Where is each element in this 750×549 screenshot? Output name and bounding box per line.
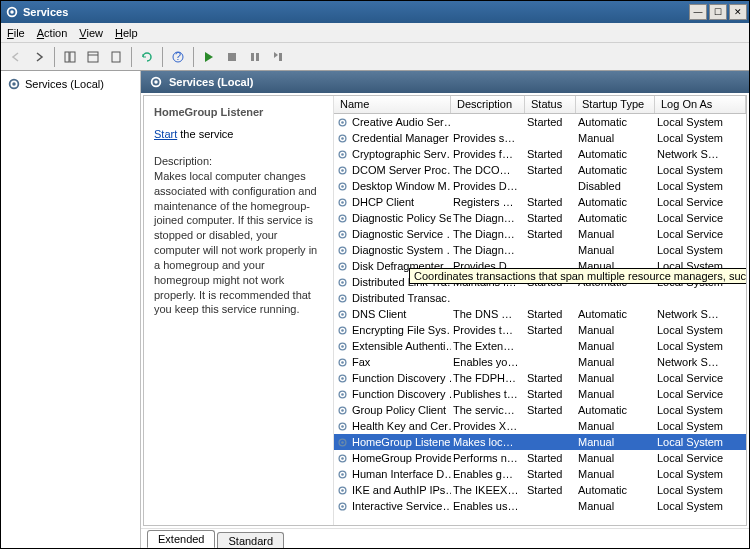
menu-file[interactable]: File [7,27,25,39]
tree-node-label: Services (Local) [25,78,104,90]
svg-point-42 [341,313,344,316]
service-row[interactable]: Extensible Authenti…The Extens…ManualLoc… [334,338,746,354]
service-row[interactable]: Human Interface D…Enables ge…StartedManu… [334,466,746,482]
svg-point-18 [341,121,344,124]
tab-extended[interactable]: Extended [147,530,215,548]
svg-point-58 [341,441,344,444]
svg-point-62 [341,473,344,476]
detail-panel: HomeGroup Listener Start the service Des… [144,96,334,525]
col-status[interactable]: Status [525,96,576,113]
gear-icon [7,77,21,91]
svg-point-38 [341,281,344,284]
maximize-button[interactable]: ☐ [709,4,727,20]
service-row[interactable]: DHCP ClientRegisters a…StartedAutomaticL… [334,194,746,210]
main-area: Services (Local) Services (Local) HomeGr… [1,71,749,548]
svg-point-66 [341,505,344,508]
start-link[interactable]: Start [154,128,177,140]
svg-point-64 [341,489,344,492]
service-row[interactable]: FaxEnables yo…ManualNetwork S… [334,354,746,370]
service-row[interactable]: DNS ClientThe DNS Cl…StartedAutomaticNet… [334,306,746,322]
service-row[interactable]: Creative Audio Ser…StartedAutomaticLocal… [334,114,746,130]
service-row[interactable]: Distributed Transac… [334,290,746,306]
svg-rect-12 [279,53,282,61]
svg-point-44 [341,329,344,332]
svg-point-1 [10,10,14,14]
service-row[interactable]: Cryptographic Serv…Provides fo…StartedAu… [334,146,746,162]
stop-service-button[interactable] [221,46,243,68]
right-pane: Services (Local) HomeGroup Listener Star… [141,71,749,548]
service-description: Description: Makes local computer change… [154,154,323,317]
selected-service-name: HomeGroup Listener [154,106,323,118]
service-row[interactable]: Interactive Service…Enables us…ManualLoc… [334,498,746,514]
forward-button[interactable] [28,46,50,68]
svg-point-56 [341,425,344,428]
menu-help[interactable]: Help [115,27,138,39]
col-description[interactable]: Description [451,96,525,113]
start-service-button[interactable] [198,46,220,68]
window-title: Services [23,6,687,18]
svg-point-32 [341,233,344,236]
service-row[interactable]: Desktop Window M…Provides D…DisabledLoca… [334,178,746,194]
service-row[interactable]: Diagnostic Policy Se…The Diagno…StartedA… [334,210,746,226]
tree-pane: Services (Local) [1,71,141,548]
svg-point-14 [12,82,16,86]
svg-point-40 [341,297,344,300]
svg-point-22 [341,153,344,156]
svg-point-28 [341,201,344,204]
svg-rect-10 [251,53,254,61]
svg-point-34 [341,249,344,252]
tree-node-services[interactable]: Services (Local) [5,75,136,93]
service-row[interactable]: Function Discovery …The FDPH…StartedManu… [334,370,746,386]
service-row[interactable]: DCOM Server Proc…The DCOM…StartedAutomat… [334,162,746,178]
svg-rect-9 [228,53,236,61]
minimize-button[interactable]: — [689,4,707,20]
help-button[interactable]: ? [167,46,189,68]
refresh-button[interactable] [136,46,158,68]
menu-view[interactable]: View [79,27,103,39]
pause-service-button[interactable] [244,46,266,68]
col-startup[interactable]: Startup Type [576,96,655,113]
service-row[interactable]: Group Policy ClientThe servic…StartedAut… [334,402,746,418]
toolbar: ? [1,43,749,71]
svg-point-52 [341,393,344,396]
svg-point-26 [341,185,344,188]
service-row[interactable]: Diagnostic System …The Diagno…ManualLoca… [334,242,746,258]
menu-action[interactable]: Action [37,27,68,39]
service-row[interactable]: Function Discovery …Publishes t…StartedM… [334,386,746,402]
content-title: Services (Local) [169,76,253,88]
menu-bar: File Action View Help [1,23,749,43]
service-row[interactable]: Health Key and Cer…Provides X…ManualLoca… [334,418,746,434]
service-row[interactable]: Encrypting File Sys…Provides th…StartedM… [334,322,746,338]
service-row[interactable]: HomeGroup ListenerMakes local…ManualLoca… [334,434,746,450]
back-button[interactable] [5,46,27,68]
svg-point-36 [341,265,344,268]
close-button[interactable]: ✕ [729,4,747,20]
svg-text:?: ? [175,50,181,62]
gear-icon [149,75,163,89]
svg-point-30 [341,217,344,220]
svg-rect-3 [70,52,75,62]
tab-standard[interactable]: Standard [217,532,284,548]
service-row[interactable]: Diagnostic Service …The Diagno…StartedMa… [334,226,746,242]
service-row[interactable]: Credential ManagerProvides s…ManualLocal… [334,130,746,146]
svg-rect-4 [88,52,98,62]
col-logon[interactable]: Log On As [655,96,746,113]
title-bar: Services — ☐ ✕ [1,1,749,23]
svg-point-24 [341,169,344,172]
service-row[interactable]: HomeGroup ProviderPerforms n…StartedManu… [334,450,746,466]
svg-point-16 [154,80,158,84]
content-header: Services (Local) [141,71,749,93]
service-action: Start the service [154,128,323,140]
restart-service-button[interactable] [267,46,289,68]
view-tabs: Extended Standard [141,528,749,548]
col-name[interactable]: Name [334,96,451,113]
service-list: Name Description Status Startup Type Log… [334,96,746,525]
svg-rect-11 [256,53,259,61]
show-hide-tree-button[interactable] [59,46,81,68]
properties-button[interactable] [82,46,104,68]
tooltip: Coordinates transactions that span multi… [409,268,746,284]
svg-point-48 [341,361,344,364]
export-button[interactable] [105,46,127,68]
service-row[interactable]: IKE and AuthIP IPs…The IKEEX…StartedAuto… [334,482,746,498]
services-icon [5,5,19,19]
